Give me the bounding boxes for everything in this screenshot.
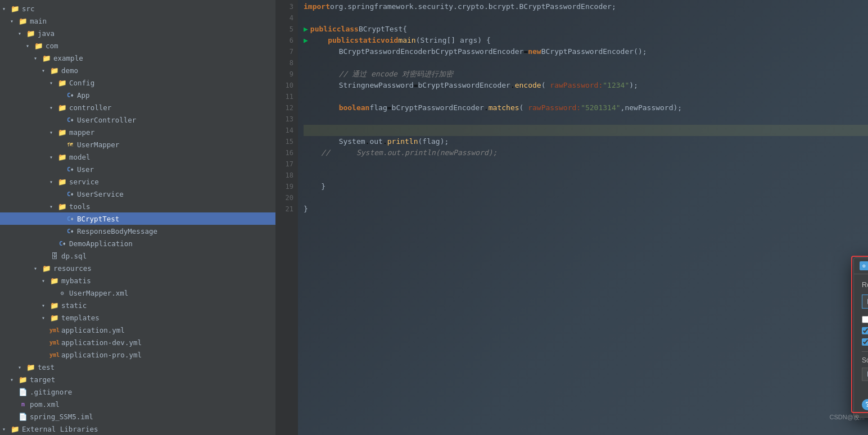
code-editor[interactable]: import org.springframework.security.cryp… — [298, 0, 868, 435]
sidebar-item-spring_SSM5.iml[interactable]: 📄spring_SSM5.iml — [0, 410, 275, 423]
sidebar-label-com: com — [46, 42, 58, 50]
rename-tests-checkbox-row[interactable]: Rename tests — [862, 327, 868, 334]
folder-icon-resources: 📁 — [42, 264, 52, 273]
tree-arrow-java: ▾ — [18, 30, 26, 37]
folder-icon-mybatis: 📁 — [49, 277, 60, 285]
code-line-14 — [304, 125, 868, 136]
line-numbers: 3456789101112131415161718192021 — [275, 0, 298, 435]
line-number-19: 19 — [275, 181, 293, 192]
rename-input[interactable] — [862, 295, 868, 308]
dialog-titlebar: ⚙ Rename ✕ — [854, 258, 868, 274]
sidebar-item-java[interactable]: ▾📁java — [0, 27, 275, 39]
sidebar-item-model[interactable]: ▾📁model — [0, 151, 275, 163]
line-number-5: 5 — [275, 24, 293, 35]
sidebar-label-UserController: UserController — [77, 116, 136, 124]
sidebar-label-UserMapper: UserMapper — [77, 141, 119, 149]
sidebar-item-static[interactable]: ▾📁static — [0, 299, 275, 311]
sidebar-item-ResponseBodyMessage[interactable]: C♦ResponseBodyMessage — [0, 225, 275, 237]
sidebar-item-UserMapper[interactable]: 🗺UserMapper — [0, 138, 275, 151]
folder-icon-ExternalLibraries: 📁 — [10, 425, 20, 433]
sidebar-label-static: static — [61, 301, 87, 310]
sidebar-item-User[interactable]: C♦User — [0, 163, 275, 175]
sidebar-label-application.yml: application.yml — [61, 326, 125, 334]
sidebar-item-mybatis[interactable]: ▾📁mybatis — [0, 274, 275, 287]
scope-dropdown[interactable]: Project FilesAll PlacesModuleOpen Files — [862, 368, 868, 381]
code-line-21: } — [304, 203, 868, 215]
sidebar-item-main[interactable]: ▾📁main — [0, 15, 275, 27]
sidebar-item-application.yml[interactable]: ymlapplication.yml — [0, 324, 275, 336]
code-line-5: ▶public class BCryptTest { — [304, 24, 868, 35]
sidebar-label-App: App — [77, 91, 90, 99]
sidebar-item-com[interactable]: ▾📁com — [0, 39, 275, 52]
sidebar-item-UserController[interactable]: C♦UserController — [0, 114, 275, 126]
folder-icon-Config: 📁 — [57, 79, 67, 87]
sidebar-item-mapper[interactable]: ▾📁mapper — [0, 126, 275, 138]
sidebar-item-.gitignore[interactable]: 📄.gitignore — [0, 386, 275, 398]
line-number-14: 14 — [275, 125, 293, 136]
sidebar-label-pom.xml: pom.xml — [30, 400, 60, 409]
folder-icon-demo: 📁 — [49, 66, 60, 75]
line-number-4: 4 — [275, 12, 293, 24]
checkbox-group: Search in comments and strings Search fo… — [862, 315, 868, 346]
line-number-8: 8 — [275, 57, 293, 69]
folder-icon-com: 📁 — [34, 42, 44, 50]
file-tree[interactable]: ▾📁src▾📁main▾📁java▾📁com▾📁example▾📁demo▾📁C… — [0, 0, 275, 435]
tree-arrow-templates: ▾ — [42, 315, 49, 321]
line-number-9: 9 — [275, 69, 293, 80]
sidebar-item-application-pro.yml[interactable]: ymlapplication-pro.yml — [0, 348, 275, 361]
sidebar-label-.gitignore: .gitignore — [30, 388, 72, 396]
sidebar-item-Config[interactable]: ▾📁Config — [0, 76, 275, 89]
file-icon-.gitignore: 📄 — [18, 388, 28, 396]
scope-row: Project FilesAll PlacesModuleOpen Files … — [862, 368, 868, 381]
folder-icon-java: 📁 — [26, 29, 36, 38]
tree-arrow-example: ▾ — [34, 55, 42, 61]
line-number-15: 15 — [275, 136, 293, 147]
sidebar-item-resources[interactable]: ▾📁resources — [0, 262, 275, 274]
search-comments-checkbox-row[interactable]: Search in comments and strings — [862, 315, 868, 323]
sidebar-item-DemoApplication[interactable]: C♦DemoApplication — [0, 237, 275, 250]
maven-icon-pom.xml: m — [18, 401, 28, 407]
sidebar-item-test[interactable]: ▾📁test — [0, 361, 275, 373]
sidebar-label-src: src — [22, 4, 35, 13]
tree-arrow-com: ▾ — [26, 43, 34, 49]
line-number-13: 13 — [275, 114, 293, 125]
help-button[interactable]: ? — [862, 399, 868, 410]
rename-variables-checkbox-row[interactable]: Rename variables — [862, 338, 868, 346]
rename-variables-checkbox[interactable] — [862, 338, 868, 346]
sidebar-item-demo[interactable]: ▾📁demo — [0, 64, 275, 76]
tree-arrow-service: ▾ — [49, 179, 57, 185]
sidebar-item-controller[interactable]: ▾📁controller — [0, 101, 275, 114]
line-number-12: 12 — [275, 102, 293, 114]
code-line-17 — [304, 158, 868, 170]
sidebar-label-dp.sql: dp.sql — [61, 252, 87, 260]
sidebar-item-pom.xml[interactable]: mpom.xml — [0, 398, 275, 410]
watermark: CSDN@改... — [829, 413, 865, 422]
sidebar-item-example[interactable]: ▾📁example — [0, 52, 275, 64]
scope-dropdown-wrapper[interactable]: Project FilesAll PlacesModuleOpen Files — [862, 368, 868, 381]
code-line-7: BCryptPasswordEncoder bCryptPasswordEnco… — [304, 46, 868, 57]
sidebar-item-templates[interactable]: ▾📁templates — [0, 311, 275, 324]
sidebar-item-service[interactable]: ▾📁service — [0, 175, 275, 188]
sidebar-item-UserMapper.xml[interactable]: ⚙UserMapper.xml — [0, 287, 275, 299]
sidebar-item-target[interactable]: ▾📁target — [0, 373, 275, 386]
tree-arrow-controller: ▾ — [49, 105, 57, 111]
sidebar-item-BCryptTest[interactable]: C♦BCryptTest — [0, 212, 275, 225]
rename-dialog[interactable]: ⚙ Rename ✕ Rename class 'com.example.dem… — [853, 257, 868, 418]
sidebar-item-tools[interactable]: ▾📁tools — [0, 200, 275, 212]
folder-icon-target: 📁 — [18, 375, 28, 384]
editor-content: 3456789101112131415161718192021 import o… — [275, 0, 868, 435]
sidebar-label-UserMapper.xml: UserMapper.xml — [69, 289, 128, 297]
search-comments-checkbox[interactable] — [862, 316, 868, 323]
sidebar-item-ExternalLibraries[interactable]: ▾📁External Libraries — [0, 423, 275, 435]
rename-input-row[interactable]: ▾ — [862, 294, 868, 309]
sidebar-item-application-dev.yml[interactable]: ymlapplication-dev.yml — [0, 336, 275, 348]
sidebar-item-src[interactable]: ▾📁src — [0, 2, 275, 15]
sidebar-item-UserService[interactable]: C♦UserService — [0, 188, 275, 200]
rename-tests-checkbox[interactable] — [862, 327, 868, 334]
sidebar-label-resources: resources — [53, 264, 92, 273]
yml-icon-application.yml: yml — [49, 327, 60, 333]
code-line-3: import org.springframework.security.cryp… — [304, 1, 868, 12]
sidebar-item-App[interactable]: C♦App — [0, 89, 275, 101]
file-icon-spring_SSM5.iml: 📄 — [18, 413, 28, 421]
sidebar-item-dp.sql[interactable]: 🗄dp.sql — [0, 250, 275, 262]
